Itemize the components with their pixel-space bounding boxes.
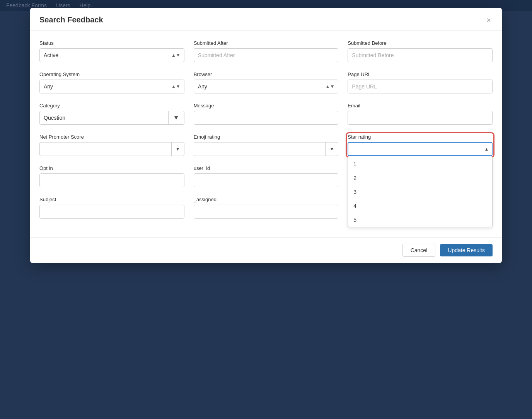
form-group-category: Category Question ▼ <box>39 103 184 125</box>
form-group-browser: Browser Any Chrome Firefox Safari Edge ▲… <box>194 71 339 93</box>
form-row-4: Net Promoter Score ▼ Emoji rating ▼ <box>39 134 493 156</box>
page-url-input[interactable] <box>348 80 493 93</box>
cancel-button[interactable]: Cancel <box>402 244 436 257</box>
modal-header: Search Feedback × <box>30 8 502 31</box>
modal-close-button[interactable]: × <box>485 16 493 24</box>
form-row-2: Operating System Any Windows macOS Linux… <box>39 71 493 93</box>
star-option-2[interactable]: 2 <box>348 171 492 185</box>
label-opt-in: Opt in <box>39 165 184 171</box>
user-id-input[interactable] <box>194 173 339 187</box>
email-input[interactable] <box>348 111 493 125</box>
label-subject: Subject <box>39 197 184 202</box>
submitted-before-input[interactable] <box>348 48 493 62</box>
form-group-assigned: _assigned <box>194 197 339 219</box>
label-page-url: Page URL <box>348 71 493 77</box>
form-group-star-rating: Star rating ▲ 1 2 3 4 5 <box>348 134 493 156</box>
message-input[interactable] <box>194 111 339 125</box>
emoji-rating-wrapper: ▼ <box>194 142 339 156</box>
category-value: Question <box>40 112 168 124</box>
modal-overlay: Search Feedback × Status Active Inactive… <box>0 0 532 419</box>
label-assigned: _assigned <box>194 197 339 202</box>
star-rating-dropdown: 1 2 3 4 5 <box>348 157 493 227</box>
star-option-1[interactable]: 1 <box>348 157 492 171</box>
opt-in-input[interactable] <box>39 173 184 187</box>
star-option-5[interactable]: 5 <box>348 213 492 227</box>
subject-input[interactable] <box>39 205 184 219</box>
form-group-subject: Subject <box>39 197 184 219</box>
label-user-id: user_id <box>194 165 339 171</box>
label-category: Category <box>39 103 184 109</box>
browser-select[interactable]: Any Chrome Firefox Safari Edge <box>194 80 339 93</box>
status-select-wrapper: Active Inactive All ▲▼ <box>39 48 184 62</box>
label-submitted-after: Submitted After <box>194 40 339 46</box>
form-group-email: Email <box>348 103 493 125</box>
category-wrapper: Question ▼ <box>39 111 184 125</box>
label-nps: Net Promoter Score <box>39 134 184 140</box>
star-rating-input[interactable] <box>348 142 493 156</box>
nps-dropdown-button[interactable]: ▼ <box>171 142 184 156</box>
page-wrapper: Feedback Forms Users Help Search Feedbac… <box>0 0 532 419</box>
nps-input[interactable] <box>40 143 171 155</box>
form-row-3: Category Question ▼ Message Email <box>39 103 493 125</box>
modal-footer: Cancel Update Results <box>30 237 502 263</box>
emoji-rating-dropdown-button[interactable]: ▼ <box>325 142 338 156</box>
modal-body: Status Active Inactive All ▲▼ Submitted … <box>30 31 502 237</box>
nps-wrapper: ▼ <box>39 142 184 156</box>
form-group-submitted-before: Submitted Before <box>348 40 493 62</box>
form-group-status: Status Active Inactive All ▲▼ <box>39 40 184 62</box>
label-submitted-before: Submitted Before <box>348 40 493 46</box>
label-email: Email <box>348 103 493 109</box>
form-group-message: Message <box>194 103 339 125</box>
form-group-page-url: Page URL <box>348 71 493 93</box>
modal-title: Search Feedback <box>39 15 103 24</box>
assigned-input[interactable] <box>194 205 339 219</box>
emoji-rating-input[interactable] <box>194 143 326 155</box>
label-browser: Browser <box>194 71 339 77</box>
category-dropdown-button[interactable]: ▼ <box>168 111 184 124</box>
star-option-4[interactable]: 4 <box>348 199 492 213</box>
star-rating-select-wrapper: ▲ 1 2 3 4 5 <box>348 142 493 156</box>
os-select-wrapper: Any Windows macOS Linux iOS Android ▲▼ <box>39 80 184 93</box>
label-status: Status <box>39 40 184 46</box>
label-os: Operating System <box>39 71 184 77</box>
submitted-after-input[interactable] <box>194 48 339 62</box>
modal: Search Feedback × Status Active Inactive… <box>30 8 502 263</box>
form-group-os: Operating System Any Windows macOS Linux… <box>39 71 184 93</box>
label-emoji-rating: Emoji rating <box>194 134 339 140</box>
form-group-nps: Net Promoter Score ▼ <box>39 134 184 156</box>
browser-select-wrapper: Any Chrome Firefox Safari Edge ▲▼ <box>194 80 339 93</box>
label-message: Message <box>194 103 339 109</box>
os-select[interactable]: Any Windows macOS Linux iOS Android <box>39 80 184 93</box>
form-group-opt-in: Opt in <box>39 165 184 187</box>
form-group-submitted-after: Submitted After <box>194 40 339 62</box>
form-row-1: Status Active Inactive All ▲▼ Submitted … <box>39 40 493 62</box>
form-group-user-id: user_id <box>194 165 339 187</box>
update-results-button[interactable]: Update Results <box>440 244 493 256</box>
label-star-rating: Star rating <box>348 134 493 140</box>
status-select[interactable]: Active Inactive All <box>39 48 184 62</box>
form-group-emoji-rating: Emoji rating ▼ <box>194 134 339 156</box>
star-option-3[interactable]: 3 <box>348 185 492 199</box>
